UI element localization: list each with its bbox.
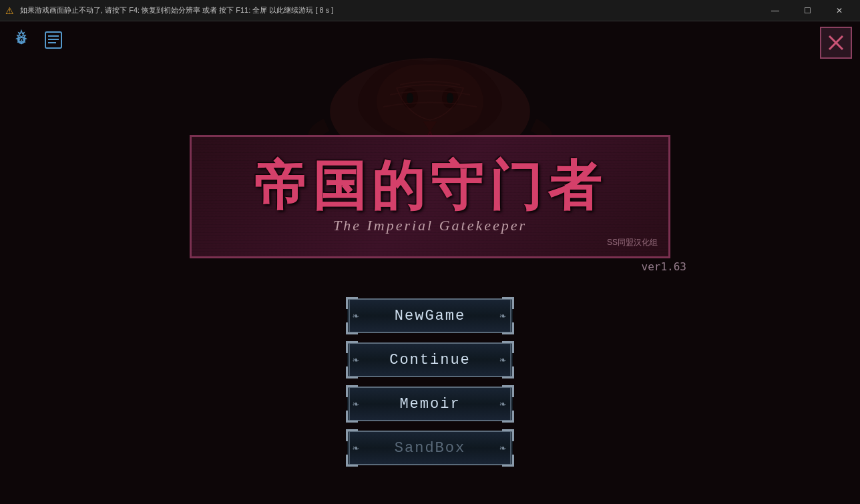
top-left-icons: ⚙ xyxy=(8,27,67,53)
btn-corner-tr xyxy=(502,385,514,397)
continue-label: Continue xyxy=(389,352,471,368)
chinese-game-title: 帝国的守门者 xyxy=(254,160,606,213)
settings-button[interactable]: ⚙ xyxy=(8,27,35,53)
btn-corner-tr xyxy=(502,341,514,353)
game-area: ⚙ xyxy=(0,21,860,504)
sandbox-button[interactable]: ❧ SandBox ❧ xyxy=(347,431,513,465)
btn-right-ornament: ❧ xyxy=(499,309,507,322)
btn-corner-tl xyxy=(346,385,358,397)
title-banner: 帝国的守门者 The Imperial Gatekeeper SS同盟汉化组 xyxy=(190,135,670,258)
btn-left-ornament: ❧ xyxy=(353,353,361,366)
memoir-button[interactable]: ❧ Memoir ❧ xyxy=(347,387,513,421)
btn-corner-br xyxy=(502,322,514,334)
btn-left-ornament: ❧ xyxy=(353,441,361,455)
game-close-button[interactable] xyxy=(820,27,852,59)
warning-icon: ⚠ xyxy=(5,5,16,16)
btn-right-ornament: ❧ xyxy=(499,397,507,411)
btn-corner-tl xyxy=(346,297,358,309)
btn-corner-br xyxy=(502,366,514,379)
btn-corner-br xyxy=(502,455,514,467)
close-x-icon xyxy=(826,33,846,53)
btn-right-ornament: ❧ xyxy=(499,441,507,455)
continue-button[interactable]: ❧ Continue ❧ xyxy=(347,342,513,377)
title-bar-message: 如果游戏画面静止不动了, 请按下 F4: 恢复到初始分辨率 或者 按下 F11:… xyxy=(20,5,333,15)
btn-corner-tr xyxy=(502,429,514,441)
svg-text:⚙: ⚙ xyxy=(17,35,26,45)
svg-point-11 xyxy=(407,93,413,103)
btn-corner-bl xyxy=(346,411,358,423)
btn-corner-tr xyxy=(502,297,514,309)
version-label: ver1.63 xyxy=(642,260,686,273)
btn-corner-bl xyxy=(346,322,358,334)
btn-corner-bl xyxy=(346,366,358,379)
title-bar-left: ⚠ 如果游戏画面静止不动了, 请按下 F4: 恢复到初始分辨率 或者 按下 F1… xyxy=(5,5,333,16)
settings-icon: ⚙ xyxy=(9,28,33,52)
new-game-button[interactable]: ❧ NewGame ❧ xyxy=(347,298,513,333)
english-game-title: The Imperial Gatekeeper xyxy=(333,217,527,234)
sandbox-label: SandBox xyxy=(395,440,465,457)
main-menu: ❧ NewGame ❧ ❧ Continue ❧ ❧ Memoir ❧ xyxy=(347,298,513,465)
btn-left-ornament: ❧ xyxy=(353,309,361,322)
btn-right-ornament: ❧ xyxy=(499,353,507,366)
svg-point-12 xyxy=(447,93,453,103)
btn-corner-bl xyxy=(346,455,358,467)
translation-credit: SS同盟汉化组 xyxy=(607,237,658,248)
title-bar-controls: — ☐ ✕ xyxy=(760,0,855,21)
minimize-button[interactable]: — xyxy=(760,0,791,21)
new-game-label: NewGame xyxy=(395,308,465,324)
memoir-label: Memoir xyxy=(399,396,460,413)
btn-corner-br xyxy=(502,411,514,423)
window-close-button[interactable]: ✕ xyxy=(824,0,855,21)
maximize-button[interactable]: ☐ xyxy=(792,0,823,21)
log-button[interactable] xyxy=(40,27,67,53)
log-icon xyxy=(41,28,65,52)
btn-left-ornament: ❧ xyxy=(353,397,361,411)
btn-corner-tl xyxy=(346,429,358,441)
btn-corner-tl xyxy=(346,341,358,353)
title-bar: ⚠ 如果游戏画面静止不动了, 请按下 F4: 恢复到初始分辨率 或者 按下 F1… xyxy=(0,0,860,21)
